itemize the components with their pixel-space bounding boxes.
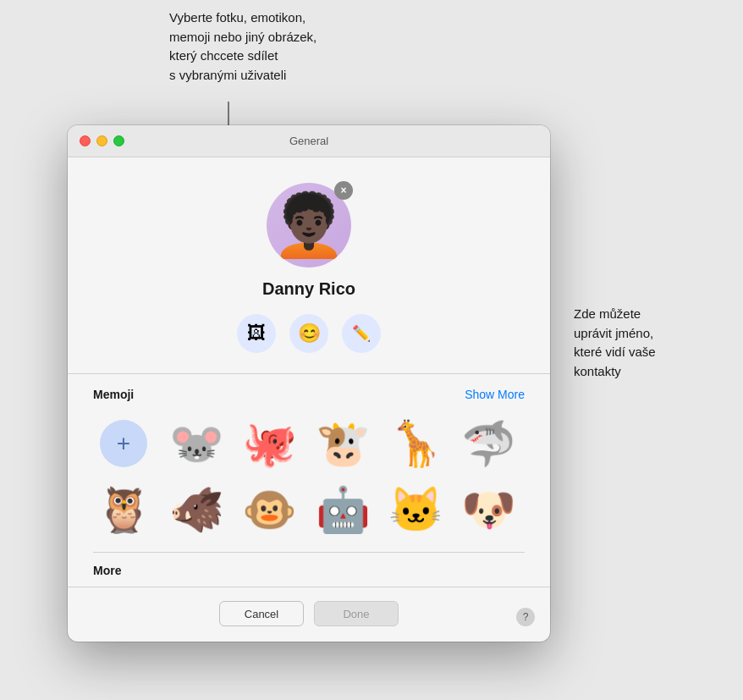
action-buttons: 🖼 😊 ✏️ [237,314,381,353]
close-traffic-light[interactable] [80,135,91,146]
memoji-dog[interactable]: 🐶 [459,479,520,540]
avatar-section: 🧑🏿‍🦱 × Danny Rico 🖼 😊 ✏️ [93,174,525,373]
modal-content: 🧑🏿‍🦱 × Danny Rico 🖼 😊 ✏️ [68,157,550,578]
user-name: Danny Rico [262,279,355,299]
emoji-row-1: + 🐭 🐙 🐮 🦒 🦈 [93,413,525,474]
photo-button[interactable]: 🖼 [237,314,276,353]
memoji-boar[interactable]: 🐗 [166,479,227,540]
add-memoji-button[interactable]: + [93,413,154,474]
avatar-wrapper: 🧑🏿‍🦱 × [267,183,351,267]
avatar-close-button[interactable]: × [334,181,353,200]
memoji-section: Memoji Show More + 🐭 🐙 🐮 🦒 [93,374,525,552]
maximize-traffic-light[interactable] [113,135,124,146]
memoji-owl[interactable]: 🦉 [93,479,154,540]
memoji-shark[interactable]: 🦈 [459,413,520,474]
emoji-button[interactable]: 😊 [289,314,328,353]
memoji-header: Memoji Show More [93,388,525,401]
annotation-top: Vyberte fotku, emotikon, memoji nebo jin… [169,8,372,85]
done-button[interactable]: Done [314,601,399,626]
window-title: General [289,135,328,147]
memoji-robot[interactable]: 🤖 [312,479,373,540]
show-more-button[interactable]: Show More [465,388,525,401]
cancel-button[interactable]: Cancel [219,601,304,626]
dialog: General 🧑🏿‍🦱 × Danny Rico 🖼 😊 [68,125,550,642]
memoji-monkey[interactable]: 🐵 [239,479,300,540]
more-section: More [93,552,525,578]
emoji-row-2: 🦉 🐗 🐵 🤖 🐱 🐶 [93,479,525,540]
edit-button[interactable]: ✏️ [342,314,381,353]
memoji-mouse[interactable]: 🐭 [166,413,227,474]
more-label: More [93,564,121,577]
memoji-octopus[interactable]: 🐙 [239,413,300,474]
minimize-traffic-light[interactable] [96,135,107,146]
memoji-cat[interactable]: 🐱 [385,479,446,540]
help-button[interactable]: ? [516,608,535,626]
memoji-giraffe[interactable]: 🦒 [385,413,446,474]
traffic-lights [80,135,124,146]
modal-footer: Cancel Done [68,587,550,642]
annotation-right: Zde můžete uprávit jméno, které vidí vaš… [574,305,726,381]
memoji-label: Memoji [93,388,134,401]
memoji-cow[interactable]: 🐮 [312,413,373,474]
titlebar: General [68,125,550,157]
